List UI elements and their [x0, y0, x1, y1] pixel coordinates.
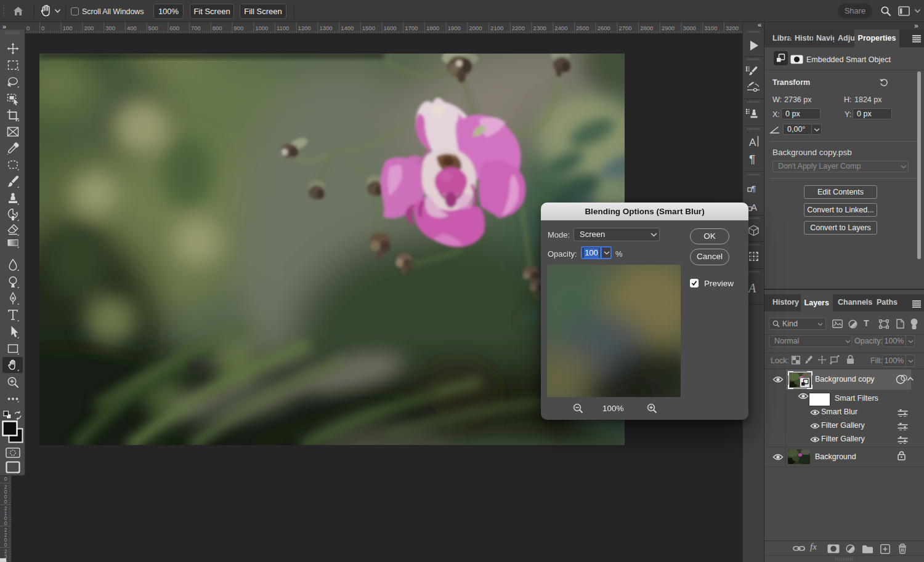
- svg-text:1900: 1900: [448, 25, 461, 31]
- svg-text:¶: ¶: [749, 153, 755, 166]
- svg-text:2900: 2900: [662, 25, 675, 31]
- svg-text:1200: 1200: [298, 25, 311, 31]
- svg-text:2600: 2600: [598, 25, 610, 31]
- svg-text:1100: 1100: [277, 25, 289, 31]
- svg-text:700: 700: [191, 25, 201, 31]
- svg-text:A: A: [749, 137, 756, 148]
- svg-text:500: 500: [148, 25, 158, 31]
- svg-text:0: 0: [4, 476, 7, 482]
- svg-text:2000: 2000: [469, 25, 482, 31]
- svg-text:100: 100: [63, 25, 73, 31]
- svg-text:0: 0: [4, 520, 7, 526]
- svg-text:A: A: [747, 281, 756, 295]
- svg-text:800: 800: [213, 25, 222, 31]
- svg-text:1700: 1700: [405, 25, 418, 31]
- svg-text:1500: 1500: [362, 25, 375, 31]
- svg-text:0: 0: [4, 499, 7, 505]
- svg-text:900: 900: [234, 25, 244, 31]
- svg-text:1600: 1600: [384, 25, 397, 31]
- svg-text:2100: 2100: [490, 25, 503, 31]
- svg-text:2700: 2700: [618, 25, 631, 31]
- svg-text:0: 0: [4, 542, 7, 548]
- svg-text:300: 300: [105, 25, 115, 31]
- svg-text:400: 400: [127, 25, 137, 31]
- svg-text:1400: 1400: [341, 25, 354, 31]
- svg-text:3100: 3100: [704, 25, 717, 31]
- svg-text:3000: 3000: [683, 25, 696, 31]
- svg-text:3200: 3200: [726, 25, 739, 31]
- svg-text:200: 200: [84, 25, 94, 31]
- svg-text:1000: 1000: [255, 25, 268, 31]
- svg-text:600: 600: [169, 25, 179, 31]
- svg-text:0: 0: [26, 25, 30, 31]
- svg-text:2500: 2500: [576, 25, 589, 31]
- svg-text:2300: 2300: [533, 25, 546, 31]
- svg-text:2400: 2400: [554, 25, 567, 31]
- svg-text:0: 0: [41, 25, 44, 31]
- svg-text:¶: ¶: [752, 184, 756, 193]
- svg-text:1800: 1800: [426, 25, 439, 31]
- svg-text:2200: 2200: [512, 25, 525, 31]
- svg-text:1300: 1300: [319, 25, 332, 31]
- svg-text:2800: 2800: [640, 25, 653, 31]
